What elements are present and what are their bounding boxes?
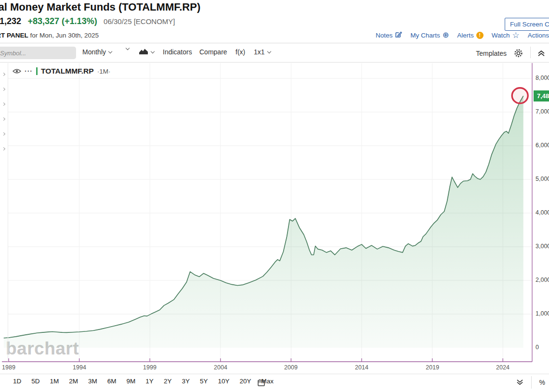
y-axis-label: 7,000,000	[536, 108, 549, 115]
y-axis-label: 0	[536, 344, 549, 351]
x-axis-label: 2019	[422, 364, 443, 371]
x-axis-label: 2014	[351, 364, 372, 371]
left-panel-expand-chevron[interactable]	[2, 114, 5, 122]
left-panel-border	[8, 63, 8, 362]
y-axis-label: 6,000,000	[536, 142, 549, 149]
highlight-circle-annotation	[512, 88, 528, 103]
y-axis-label: 8,000,000	[536, 75, 549, 81]
left-panel-expand-chevron[interactable]	[2, 69, 5, 77]
series-menu-icon[interactable]: ···	[25, 67, 33, 75]
left-panel-expand-chevron[interactable]	[2, 143, 5, 152]
series-color-bar	[36, 67, 38, 75]
y-axis-label: 4,000,000	[536, 209, 549, 216]
x-axis-label: 1994	[69, 364, 90, 371]
y-axis-label: 3,000,000	[536, 243, 549, 250]
series-period: ·1M·	[97, 68, 111, 75]
last-price-badge: 7,481,232	[534, 90, 549, 101]
series-legend: ··· TOTALMMF.RP ·1M·	[13, 67, 110, 76]
x-axis-label: 2024	[492, 364, 513, 371]
series-symbol[interactable]: TOTALMMF.RP	[41, 67, 94, 76]
y-axis-label: 1,000,000	[536, 310, 549, 317]
x-axis-label: 1989	[0, 364, 19, 371]
eye-icon[interactable]	[13, 68, 21, 74]
x-axis-label: 2009	[280, 364, 301, 371]
y-axis-label: 2,000,000	[536, 277, 549, 283]
left-panel-expand-chevron[interactable]	[2, 99, 5, 107]
x-axis-label: 2004	[210, 364, 231, 371]
area-fill	[4, 96, 523, 348]
chart-page: barchart ··· TOTALMMF.RP ·1M· 8,000,0007…	[0, 0, 549, 392]
x-axis-label: 1999	[139, 364, 160, 371]
left-panel-expand-chevron[interactable]	[2, 128, 5, 137]
left-panel-expand-chevron[interactable]	[2, 84, 5, 92]
y-axis-label: 5,000,000	[536, 176, 549, 182]
price-chart[interactable]	[0, 0, 549, 392]
